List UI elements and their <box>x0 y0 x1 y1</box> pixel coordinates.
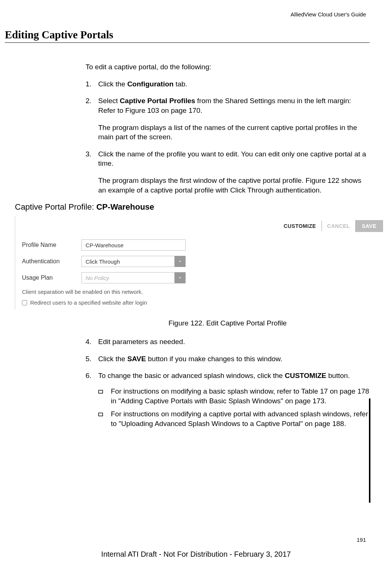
input-profile-name[interactable] <box>81 239 186 251</box>
button-bar: CUSTOMIZE CANCEL SAVE <box>22 220 383 232</box>
step-5-text-c: button if you make changes to this windo… <box>146 355 282 363</box>
chevron-down-icon <box>174 272 186 283</box>
revision-bar <box>369 398 370 503</box>
step-6-sub2-text: For instructions on modifying a captive … <box>111 410 368 427</box>
page-number: 191 <box>357 537 366 543</box>
doc-header: AlliedView Cloud User's Guide <box>4 11 370 18</box>
step-6: To change the basic or advanced splash w… <box>86 371 370 428</box>
steps-list: Click the Configuration tab. Select Capt… <box>86 79 370 195</box>
save-button[interactable]: SAVE <box>355 220 383 232</box>
figure-panel: CUSTOMIZE CANCEL SAVE Profile Name Authe… <box>15 216 388 309</box>
step-6-text-c: button. <box>326 372 350 379</box>
section-title: Editing Captive Portals <box>4 29 370 41</box>
label-usage-plan: Usage Plan <box>22 274 81 281</box>
intro-text: To edit a captive portal, do the followi… <box>86 62 370 72</box>
step-1-text-b: Configuration <box>127 80 174 88</box>
redirect-checkbox[interactable] <box>22 300 27 305</box>
step-2-text-a: Select <box>98 97 120 105</box>
redirect-checkbox-label: Redirect users to a specified website af… <box>30 299 147 306</box>
section-rule <box>5 42 370 43</box>
customize-button[interactable]: CUSTOMIZE <box>283 221 322 231</box>
step-1-text-c: tab. <box>174 80 187 88</box>
step-5: Click the SAVE button if you make change… <box>86 354 370 364</box>
figure-title-prefix: Captive Portal Profile: <box>15 202 94 212</box>
svg-rect-1 <box>99 413 103 416</box>
client-separation-note: Client separation will be enabled on thi… <box>22 289 383 295</box>
square-bullet-icon <box>98 387 103 392</box>
select-authentication[interactable]: Click Through <box>81 256 186 267</box>
label-profile-name: Profile Name <box>22 242 81 248</box>
content-body: To edit a captive portal, do the followi… <box>86 62 370 195</box>
figure-caption: Figure 122. Edit Captive Portal Profile <box>86 318 370 328</box>
chevron-down-icon <box>174 256 186 267</box>
step-6-sub1: For instructions on modifying a basic sp… <box>98 387 370 406</box>
step-6-sublist: For instructions on modifying a basic sp… <box>98 387 370 429</box>
row-profile-name: Profile Name <box>22 239 383 251</box>
step-4: Edit parameters as needed. <box>86 337 370 347</box>
row-authentication: Authentication Click Through <box>22 256 383 267</box>
step-4-text: Edit parameters as needed. <box>98 338 185 346</box>
step-3: Click the name of the profile you want t… <box>86 149 370 195</box>
step-6-sub1-text: For instructions on modifying a basic sp… <box>111 387 369 405</box>
step-1-text-a: Click the <box>98 80 127 88</box>
steps-list-2: Edit parameters as needed. Click the SAV… <box>86 337 370 428</box>
select-authentication-value: Click Through <box>81 256 174 267</box>
step-5-text-b: SAVE <box>127 355 146 363</box>
figure-block: Captive Portal Profile: CP-Warehouse CUS… <box>15 202 388 309</box>
step-3-text: Click the name of the profile you want t… <box>98 150 366 168</box>
figure-title-name: CP-Warehouse <box>96 202 154 212</box>
label-authentication: Authentication <box>22 258 81 265</box>
step-6-text-a: To change the basic or advanced splash w… <box>98 372 285 379</box>
square-bullet-icon <box>98 410 103 415</box>
svg-rect-0 <box>99 390 103 393</box>
step-3-sub: The program displays the first window of… <box>98 176 370 195</box>
step-1: Click the Configuration tab. <box>86 79 370 89</box>
figure-title: Captive Portal Profile: CP-Warehouse <box>15 202 388 212</box>
footer-text: Internal ATI Draft - Not For Distributio… <box>0 550 392 559</box>
step-6-sub2: For instructions on modifying a captive … <box>98 409 370 428</box>
step-5-text-a: Click the <box>98 355 127 363</box>
step-2-sub: The program displays a list of the names… <box>98 123 370 142</box>
select-usage-plan-value: No Policy <box>81 272 174 283</box>
step-2-text-b: Captive Portal Profiles <box>120 97 195 105</box>
content-body-2: Figure 122. Edit Captive Portal Profile … <box>86 318 370 428</box>
step-6-text-b: CUSTOMIZE <box>285 372 327 379</box>
select-usage-plan[interactable]: No Policy <box>81 272 186 283</box>
cancel-button[interactable]: CANCEL <box>326 221 351 231</box>
redirect-checkbox-row[interactable]: Redirect users to a specified website af… <box>22 299 383 306</box>
row-usage-plan: Usage Plan No Policy <box>22 272 383 283</box>
step-2: Select Captive Portal Profiles from the … <box>86 96 370 142</box>
